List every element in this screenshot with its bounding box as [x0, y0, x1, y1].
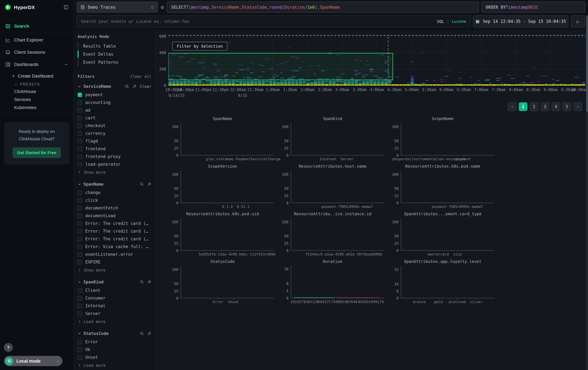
analysis-mode-event-deltas[interactable]: Event Deltas — [79, 50, 151, 58]
gear-icon[interactable]: ⚙ — [160, 4, 164, 10]
scrollbar-thumb[interactable] — [586, 15, 588, 112]
heatmap-plot[interactable] — [168, 35, 585, 86]
filter-checkbox-item[interactable]: Error — [78, 340, 151, 344]
order-by-input[interactable]: ORDER BY Timestamp DESC — [482, 2, 585, 12]
pin-icon[interactable] — [132, 84, 136, 89]
filter-checkbox-item[interactable]: Ok — [78, 347, 151, 352]
filter-checkbox-item[interactable]: Error: Visa cache full: … — [78, 244, 151, 249]
sidebar-item-services[interactable]: Services — [0, 96, 74, 104]
local-mode-menu[interactable]: U Local mode › — [4, 356, 63, 366]
collapse-sidebar-icon[interactable] — [63, 4, 69, 10]
checkbox-unchecked[interactable] — [78, 221, 82, 226]
filter-checkbox-item[interactable]: documentFetch — [78, 206, 151, 210]
get-started-button[interactable]: Get Started for Free — [12, 147, 61, 158]
filter-checkbox-item[interactable]: flagd — [78, 139, 151, 143]
page-button-3[interactable]: 3 — [541, 102, 549, 111]
sql-mode-toggle[interactable]: SQL — [437, 19, 444, 24]
filter-checkbox-item[interactable]: accounting — [78, 100, 151, 105]
filter-checkbox-item[interactable]: Error: The credit card (… — [78, 221, 151, 226]
page-button-2[interactable]: 2 — [530, 102, 538, 111]
checkbox-unchecked[interactable] — [78, 311, 82, 316]
chevron-down-icon[interactable] — [78, 332, 81, 335]
checkbox-unchecked[interactable] — [78, 340, 82, 344]
page-button-4[interactable]: 4 — [552, 102, 560, 111]
checkbox-checked[interactable] — [78, 92, 82, 97]
search-icon[interactable] — [140, 182, 144, 186]
load-more-link[interactable]: Load more — [78, 319, 151, 324]
filter-checkbox-item[interactable]: Consumer — [78, 296, 151, 300]
show-more-link[interactable]: Show more — [78, 170, 151, 175]
filter-checkbox-item[interactable]: ad — [78, 108, 151, 113]
filter-checkbox-item[interactable]: Error: The credit card (… — [78, 229, 151, 234]
filter-checkbox-item[interactable]: cart — [78, 116, 151, 120]
page-prev-button[interactable]: ‹ — [508, 102, 516, 111]
filter-checkbox-item[interactable]: currency — [78, 131, 151, 136]
checkbox-unchecked[interactable] — [78, 100, 82, 105]
select-query-input[interactable]: SELECT Timestamp, ServiceName, StatusCod… — [167, 2, 479, 12]
checkbox-unchecked[interactable] — [78, 116, 82, 120]
filter-checkbox-item[interactable]: frontend-proxy — [78, 154, 151, 159]
checkbox-unchecked[interactable] — [78, 123, 82, 128]
sidebar-item-clickhouse[interactable]: ClickHouse — [0, 88, 74, 96]
sidebar-item-search[interactable]: Search — [0, 20, 74, 32]
checkbox-unchecked[interactable] — [78, 162, 82, 167]
filter-checkbox-item[interactable]: Unset — [78, 355, 151, 360]
help-button[interactable]: ? — [4, 343, 13, 352]
pin-icon[interactable] — [147, 280, 151, 284]
filter-checkbox-item[interactable]: click — [78, 198, 151, 203]
filter-checkbox-item[interactable]: Error: The credit card (… — [78, 237, 151, 241]
search-input[interactable] — [81, 19, 434, 24]
filter-checkbox-item[interactable]: EXPIRE — [78, 260, 151, 264]
filter-section-name[interactable]: SpanKind — [84, 280, 104, 284]
checkbox-unchecked[interactable] — [78, 296, 82, 300]
checkbox-unchecked[interactable] — [78, 108, 82, 112]
page-button-1[interactable]: 1 — [519, 102, 527, 111]
clear-all-button[interactable]: Clear all — [130, 74, 151, 79]
sidebar-item-kubernetes[interactable]: Kubernetes — [0, 104, 74, 112]
search-icon[interactable] — [140, 280, 144, 284]
analysis-mode-event-patterns[interactable]: Event Patterns — [79, 58, 151, 66]
load-more-link[interactable]: Load more — [78, 363, 151, 368]
filter-checkbox-item[interactable]: payment — [78, 92, 151, 97]
checkbox-unchecked[interactable] — [78, 288, 82, 293]
checkbox-unchecked[interactable] — [78, 252, 82, 257]
filter-section-name[interactable]: SpanName — [84, 182, 104, 187]
filter-checkbox-item[interactable]: frontend — [78, 146, 151, 151]
sidebar-item-dashboards[interactable]: Dashboards — [0, 58, 74, 70]
presets-toggle[interactable]: PRESETS — [0, 80, 74, 88]
checkbox-unchecked[interactable] — [78, 213, 82, 218]
checkbox-unchecked[interactable] — [78, 304, 82, 308]
page-next-button[interactable]: › — [574, 102, 582, 111]
time-range-picker[interactable]: Sep 14 22:04:35 - Sep 15 10:04:35 — [473, 15, 568, 27]
filter-checkbox-item[interactable]: checkout — [78, 123, 151, 128]
search-icon[interactable] — [140, 331, 144, 336]
checkbox-unchecked[interactable] — [78, 347, 82, 352]
analysis-mode-results-table[interactable]: Results Table — [79, 42, 151, 50]
filter-section-name[interactable]: ServiceName — [84, 84, 111, 89]
filter-checkbox-item[interactable]: documentLoad — [78, 213, 151, 218]
checkbox-unchecked[interactable] — [78, 154, 82, 159]
checkbox-unchecked[interactable] — [78, 237, 82, 241]
pin-icon[interactable] — [147, 182, 151, 186]
checkbox-unchecked[interactable] — [78, 198, 82, 202]
checkbox-unchecked[interactable] — [78, 131, 82, 136]
checkbox-unchecked[interactable] — [78, 206, 82, 210]
create-dashboard-button[interactable]: + Create Dashboard — [0, 72, 74, 80]
checkbox-unchecked[interactable] — [78, 147, 82, 151]
pin-icon[interactable] — [147, 331, 151, 336]
checkbox-unchecked[interactable] — [78, 355, 82, 360]
show-more-link[interactable]: Show more — [78, 268, 151, 272]
chevron-down-icon[interactable] — [78, 182, 81, 186]
checkbox-unchecked[interactable] — [78, 260, 82, 264]
run-query-button[interactable]: ▷ — [571, 15, 585, 27]
sidebar-item-chart-explorer[interactable]: Chart Explorer — [0, 34, 74, 46]
checkbox-unchecked[interactable] — [78, 229, 82, 233]
sidebar-item-client-sessions[interactable]: Client Sessions — [0, 46, 74, 58]
checkbox-unchecked[interactable] — [78, 139, 82, 143]
chevron-down-icon[interactable] — [78, 85, 81, 88]
filter-checkbox-item[interactable]: Client — [78, 288, 151, 293]
filter-section-name[interactable]: StatusCode — [84, 331, 109, 336]
search-icon[interactable] — [125, 84, 129, 89]
chevron-up-icon[interactable] — [64, 62, 68, 66]
filter-by-selection-button[interactable]: Filter by Selection — [172, 42, 227, 50]
